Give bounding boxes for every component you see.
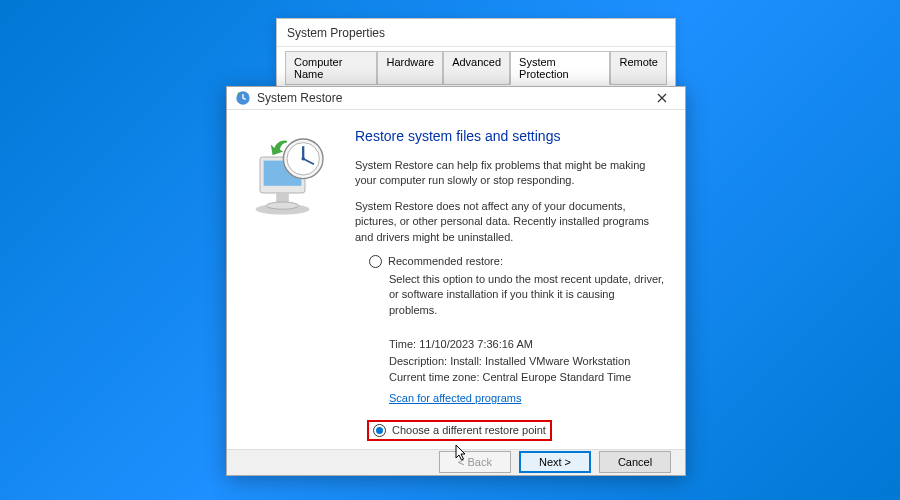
wizard-intro-2: System Restore does not affect any of yo… <box>355 199 665 245</box>
tab-system-protection[interactable]: System Protection <box>510 51 610 85</box>
svg-point-10 <box>301 157 305 161</box>
close-button[interactable] <box>647 87 677 109</box>
system-restore-icon <box>235 90 251 106</box>
choose-different-label: Choose a different restore point <box>392 424 546 436</box>
tab-hardware[interactable]: Hardware <box>377 51 443 85</box>
radio-choose-different[interactable] <box>373 424 386 437</box>
tab-computer-name[interactable]: Computer Name <box>285 51 377 85</box>
radio-recommended[interactable] <box>369 255 382 268</box>
next-button[interactable]: Next > <box>519 451 591 473</box>
close-icon <box>657 93 667 103</box>
wizard-intro-1: System Restore can help fix problems tha… <box>355 158 665 189</box>
system-properties-tabs: Computer Name Hardware Advanced System P… <box>277 47 675 85</box>
scan-affected-programs-link[interactable]: Scan for affected programs <box>389 392 521 404</box>
tab-advanced[interactable]: Advanced <box>443 51 510 85</box>
svg-point-5 <box>266 202 298 209</box>
cancel-button[interactable]: Cancel <box>599 451 671 473</box>
wizard-sidebar <box>227 110 347 449</box>
system-properties-title: System Properties <box>287 26 385 40</box>
system-restore-graphic-icon <box>242 130 332 220</box>
restore-description: Description: Install: Installed VMware W… <box>389 353 665 370</box>
cursor-icon <box>455 444 469 462</box>
wizard-heading: Restore system files and settings <box>355 128 665 144</box>
tab-remote[interactable]: Remote <box>610 51 667 85</box>
back-button: < Back <box>439 451 511 473</box>
wizard-title: System Restore <box>257 91 342 105</box>
system-restore-wizard: System Restore Restore system files <box>226 86 686 476</box>
recommended-label: Recommended restore: <box>388 255 503 267</box>
system-properties-titlebar: System Properties <box>277 19 675 47</box>
recommended-description: Select this option to undo the most rece… <box>389 272 665 318</box>
recommended-restore-option[interactable]: Recommended restore: <box>369 255 665 268</box>
wizard-titlebar[interactable]: System Restore <box>227 87 685 110</box>
restore-timezone: Current time zone: Central Europe Standa… <box>389 369 665 386</box>
restore-time: Time: 11/10/2023 7:36:16 AM <box>389 336 665 353</box>
choose-different-restore-point-option[interactable]: Choose a different restore point <box>367 420 552 441</box>
